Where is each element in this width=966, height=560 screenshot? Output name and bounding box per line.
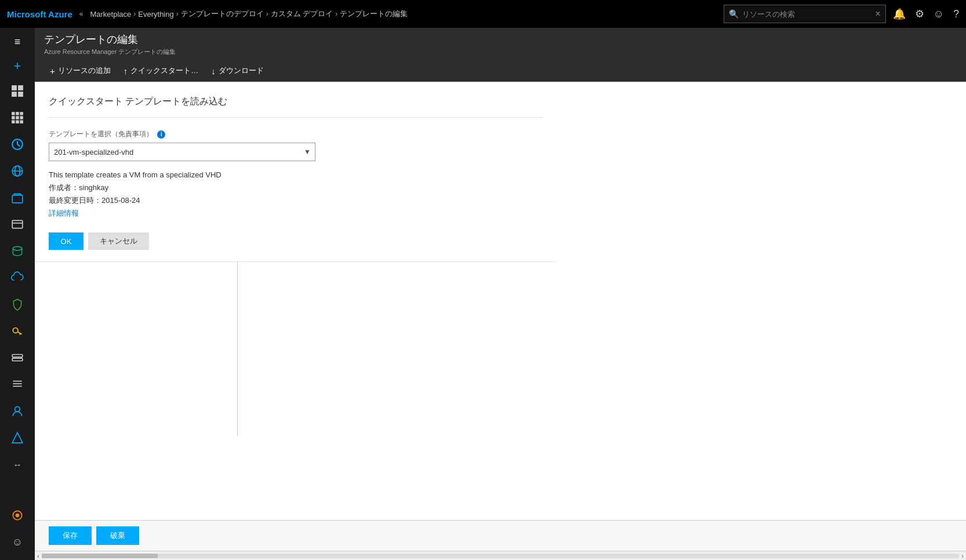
sql-icon [11, 245, 24, 257]
svg-rect-19 [12, 195, 23, 203]
bc-marketplace[interactable]: Marketplace [90, 10, 131, 19]
sidebar-item-subscriptions[interactable] [3, 158, 31, 184]
clock-icon [11, 138, 24, 151]
save-button[interactable]: 保存 [49, 526, 92, 545]
appservice-icon [11, 218, 24, 231]
sidebar-item-security[interactable] [3, 292, 31, 317]
bc-chevron-1: › [133, 10, 136, 18]
svg-point-30 [15, 406, 20, 412]
add-resource-button[interactable]: + リソースの追加 [44, 62, 117, 79]
template-select-wrapper: 201-vm-specialized-vhd ▼ [49, 143, 315, 161]
sidebar-item-recent[interactable] [3, 132, 31, 157]
scrollbar-track[interactable] [42, 554, 960, 558]
cloud-icon [11, 271, 24, 284]
bc-edit[interactable]: テンプレートの編集 [340, 9, 408, 19]
ok-button[interactable]: OK [49, 232, 83, 250]
svg-rect-2 [12, 92, 17, 97]
help-button[interactable]: ? [953, 8, 959, 20]
sidebar-item-appservice[interactable] [3, 212, 31, 237]
page-header: テンプレートの編集 Azure Resource Manager テンプレートの… [35, 28, 966, 82]
sidebar-item-azuredevops[interactable] [3, 503, 31, 528]
scrollbar-thumb[interactable] [42, 554, 158, 558]
svg-point-33 [16, 514, 20, 518]
page-subtitle: Azure Resource Manager テンプレートの編集 [44, 48, 957, 56]
svg-point-23 [13, 328, 18, 333]
sidebar-item-logs[interactable] [3, 372, 31, 397]
template-select[interactable]: 201-vm-specialized-vhd [49, 143, 315, 161]
download-button[interactable]: ↓ ダウンロード [205, 62, 270, 79]
svg-rect-0 [12, 85, 17, 90]
sidebar-item-storage[interactable] [3, 345, 31, 370]
bc-custom[interactable]: カスタム デプロイ [271, 9, 333, 19]
quickstart-button[interactable]: ↑ クイックスタート… [118, 62, 205, 79]
editor-left-panel [35, 262, 238, 436]
template-select-label: テンプレートを選択（免責事項） i [49, 129, 543, 139]
action-buttons: OK キャンセル [49, 232, 543, 250]
sidebar-bottom: ☺ [3, 502, 31, 560]
sidebar-item-account[interactable]: ☺ [3, 529, 31, 555]
bottom-bar: 保存 破棄 [35, 520, 966, 551]
bc-chevron-4: › [335, 10, 337, 18]
svg-point-22 [13, 246, 21, 250]
sidebar-item-connections[interactable]: ↔ [3, 452, 31, 477]
sidebar-item-all-services[interactable] [3, 105, 31, 130]
sidebar-item-keyvault[interactable] [3, 318, 31, 344]
sidebar-item-user[interactable] [3, 398, 31, 424]
page-title: テンプレートの編集 [44, 32, 957, 46]
svg-rect-3 [18, 92, 23, 97]
brand-chevron: « [79, 10, 83, 18]
quickstart-panel: クイックスタート テンプレートを読み込む テンプレートを選択（免責事項） i 2… [35, 82, 557, 262]
svg-rect-1 [18, 85, 23, 90]
info-icon[interactable]: i [157, 130, 165, 139]
svg-rect-20 [12, 220, 23, 228]
quickstart-icon: ↑ [124, 66, 128, 76]
sidebar-item-devops[interactable] [3, 425, 31, 450]
search-clear-button[interactable]: × [875, 9, 880, 19]
sidebar-item-resource-groups[interactable] [3, 185, 31, 210]
scroll-left-button[interactable]: ‹ [37, 552, 39, 559]
svg-rect-6 [20, 112, 23, 115]
svg-rect-12 [20, 120, 23, 123]
svg-rect-8 [16, 116, 19, 119]
sidebar: ≡ + ↔ [0, 28, 35, 560]
template-date: 最終変更日時：2015-08-24 [49, 195, 543, 206]
devops2-icon [11, 431, 24, 444]
svg-marker-31 [12, 432, 23, 443]
svg-rect-11 [16, 120, 19, 123]
search-icon: 🔍 [729, 9, 739, 19]
svg-rect-7 [12, 116, 15, 119]
quickstart-title: クイックスタート テンプレートを読み込む [49, 96, 543, 108]
content-area: クイックスタート テンプレートを読み込む テンプレートを選択（免責事項） i 2… [35, 82, 966, 520]
template-detail-link[interactable]: 詳細情報 [49, 209, 79, 217]
template-description: This template creates a VM from a specia… [49, 170, 543, 179]
search-input[interactable] [742, 10, 872, 19]
dashboard-icon [11, 85, 24, 97]
cancel-button[interactable]: キャンセル [88, 232, 149, 250]
scroll-right-button[interactable]: › [961, 552, 964, 559]
sidebar-item-dashboard[interactable] [3, 78, 31, 104]
horizontal-scrollbar: ‹ › [35, 551, 966, 560]
logs-icon [11, 378, 24, 391]
bc-everything[interactable]: Everything [138, 10, 173, 19]
download-label: ダウンロード [219, 66, 264, 76]
grid-icon [11, 111, 24, 124]
svg-rect-9 [20, 116, 23, 119]
svg-rect-10 [12, 120, 15, 123]
bc-deploy[interactable]: テンプレートのデプロイ [181, 9, 264, 19]
discard-button[interactable]: 破棄 [96, 526, 139, 545]
svg-rect-25 [12, 355, 23, 357]
sidebar-hamburger-button[interactable]: ≡ [6, 30, 29, 53]
sidebar-add-button[interactable]: + [6, 54, 29, 78]
notifications-button[interactable]: 🔔 [893, 8, 906, 20]
sidebar-item-sql[interactable] [3, 238, 31, 264]
svg-rect-5 [16, 112, 19, 115]
settings-button[interactable]: ⚙ [915, 8, 924, 20]
sidebar-item-cloudsvc[interactable] [3, 265, 31, 290]
key-icon [11, 325, 24, 337]
shield-icon [11, 298, 24, 311]
download-icon: ↓ [211, 66, 216, 76]
feedback-button[interactable]: ☺ [934, 8, 944, 20]
person-icon [11, 405, 24, 417]
search-box: 🔍 × [724, 5, 886, 23]
brand-logo[interactable]: Microsoft Azure [7, 9, 72, 19]
